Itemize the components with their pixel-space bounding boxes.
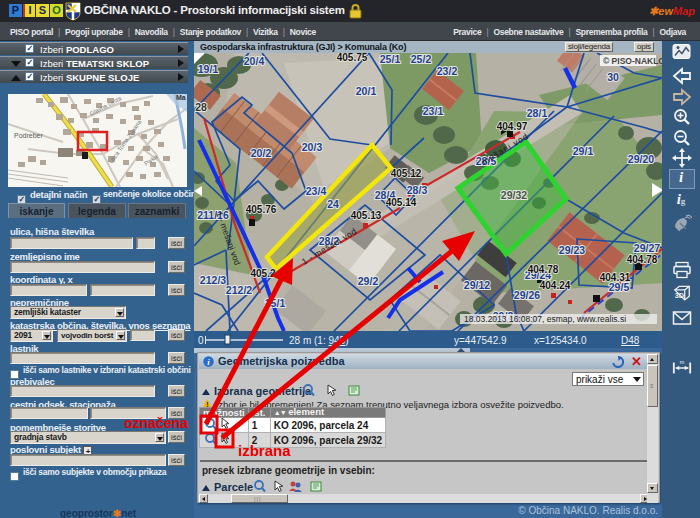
svg-text:29/23: 29/23 (559, 244, 585, 256)
svg-text:29/26: 29/26 (514, 289, 540, 301)
svg-text:405.14: 405.14 (386, 197, 417, 208)
svg-text:24: 24 (327, 198, 339, 210)
svg-text:29/32: 29/32 (501, 189, 527, 201)
svg-text:405.2: 405.2 (250, 268, 275, 279)
svg-text:405.13: 405.13 (351, 210, 382, 221)
svg-text:28/1: 28/1 (527, 107, 548, 119)
svg-text:405.75: 405.75 (337, 53, 368, 63)
svg-text:212/2: 212/2 (226, 284, 252, 296)
svg-text:25/2: 25/2 (411, 53, 432, 65)
svg-text:3D: 3D (675, 291, 684, 300)
svg-text:20/1: 20/1 (356, 85, 377, 97)
svg-text:29/27: 29/27 (634, 242, 660, 254)
svg-text:23/4: 23/4 (306, 185, 327, 197)
svg-text:20/2: 20/2 (251, 147, 272, 159)
svg-text:405.12: 405.12 (391, 168, 422, 179)
svg-text:20/3: 20/3 (302, 141, 323, 153)
svg-text:404.31: 404.31 (600, 272, 631, 283)
svg-text:Podreber: Podreber (14, 132, 43, 139)
svg-text:405.76: 405.76 (246, 204, 277, 215)
svg-text:20/4: 20/4 (244, 55, 265, 67)
svg-text:30: 30 (607, 71, 619, 83)
svg-text:18.03.2013 16:08:07, esmap, ww: 18.03.2013 16:08:07, esmap, www.realis.s… (464, 314, 626, 324)
svg-text:23/2: 23/2 (437, 65, 458, 77)
svg-text:404.24: 404.24 (540, 280, 571, 291)
svg-text:29/20: 29/20 (628, 153, 654, 165)
svg-text:212/3: 212/3 (200, 274, 226, 286)
svg-text:404.78: 404.78 (528, 264, 559, 275)
svg-text:29/2: 29/2 (358, 275, 379, 287)
svg-text:23/1: 23/1 (423, 105, 444, 117)
svg-text:19/1: 19/1 (198, 63, 219, 75)
svg-text:28/3: 28/3 (407, 184, 428, 196)
svg-text:15/1: 15/1 (265, 297, 286, 309)
svg-text:404.78: 404.78 (627, 254, 658, 265)
svg-text:29/1: 29/1 (573, 145, 594, 157)
svg-text:© PISO-NAKLO: © PISO-NAKLO (603, 56, 662, 66)
svg-text:28: 28 (195, 101, 207, 113)
svg-text:25/1: 25/1 (380, 53, 401, 65)
svg-text:Glavna cesta: Glavna cesta (89, 95, 123, 117)
svg-text:m: m (680, 359, 685, 365)
svg-text:Ma: Ma (176, 94, 186, 101)
svg-text:404.97: 404.97 (497, 121, 528, 132)
svg-text:29/12: 29/12 (464, 279, 490, 291)
